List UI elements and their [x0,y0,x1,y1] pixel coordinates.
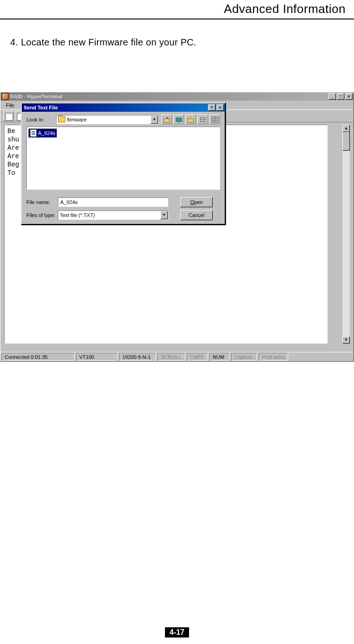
status-printecho: Print echo [259,353,288,361]
filetype-label: Files of type: [26,212,58,218]
svg-rect-4 [200,117,202,118]
maximize-button[interactable]: □ [337,93,344,100]
lookin-combo[interactable]: firmware ▼ [56,115,158,124]
scroll-up-icon[interactable]: ▲ [342,125,350,132]
chevron-down-icon[interactable]: ▼ [160,211,168,219]
status-bar: Connected 0:01:35 VT100 19200 8-N-1 SCRO… [0,352,354,361]
app-icon [1,93,9,100]
svg-rect-2 [177,121,180,122]
open-button[interactable]: Open [180,197,213,207]
file-list[interactable]: A_II24s [26,127,220,190]
page-header: Advanced Information [0,0,354,19]
close-button[interactable]: × [345,93,353,100]
status-caps: CAPS [187,353,208,361]
toolbar-new-icon[interactable] [3,111,14,121]
lookin-label: Look in: [26,117,56,122]
file-name: A_II24s [38,130,55,136]
page-number: 4-17 [165,627,189,638]
svg-rect-7 [202,117,206,118]
dialog-close-button[interactable]: × [216,104,224,111]
chevron-down-icon[interactable]: ▼ [151,115,158,124]
svg-rect-9 [202,121,206,122]
hyperterminal-window: RAID - HyperTerminal _ □ × File Edit Vie… [0,92,354,362]
menu-file[interactable]: File [2,102,18,109]
send-text-file-dialog: Send Text File ? × Look in: firmware ▼ [21,102,226,225]
status-connected: Connected 0:01:35 [1,353,75,361]
status-terminal: VT100 [76,353,118,361]
dialog-help-button[interactable]: ? [208,104,215,111]
filetype-combo[interactable]: Text file (*.TXT) ▼ [58,210,168,220]
svg-rect-5 [200,119,202,120]
scroll-thumb[interactable] [342,132,350,151]
new-folder-icon[interactable] [185,115,196,124]
cancel-button[interactable]: Cancel [180,210,213,220]
filename-label: File name: [26,199,58,205]
status-baud: 19200 8-N-1 [119,353,156,361]
status-num: NUM [209,353,230,361]
desktop-icon[interactable] [173,115,184,124]
svg-rect-6 [200,121,202,122]
filename-input[interactable]: A_II24s [58,198,168,207]
svg-rect-3 [188,119,194,122]
list-view-icon[interactable] [197,115,208,124]
scroll-down-icon[interactable]: ▼ [342,336,350,344]
file-icon [30,129,37,137]
svg-rect-1 [176,118,182,121]
dialog-title: Send Text File [23,105,208,110]
status-scroll: SCROLL [158,353,185,361]
main-titlebar: RAID - HyperTerminal _ □ × [0,92,354,101]
svg-rect-0 [164,119,170,122]
instruction-text: 4. Locate the new Firmware file on your … [0,19,354,48]
page-footer: 4-17 [0,627,354,638]
svg-rect-8 [202,119,206,120]
window-title: RAID - HyperTerminal [10,94,329,99]
dialog-titlebar: Send Text File ? × [22,103,225,112]
filetype-value: Text file (*.TXT) [60,212,95,218]
details-view-icon[interactable] [209,115,220,124]
vertical-scrollbar[interactable]: ▲ ▼ [342,125,350,344]
file-item-selected[interactable]: A_II24s [28,128,57,138]
lookin-value: firmware [67,117,87,122]
minimize-button[interactable]: _ [329,93,336,100]
folder-icon [58,116,65,122]
status-capture: Capture [231,353,257,361]
up-folder-icon[interactable] [161,115,172,124]
